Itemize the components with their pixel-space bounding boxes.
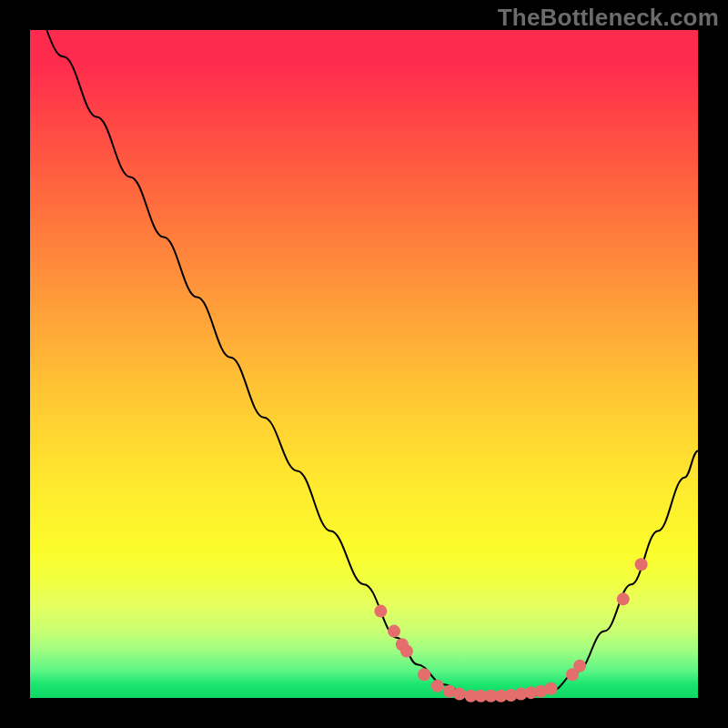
- data-point: [635, 558, 648, 571]
- data-point: [400, 645, 413, 658]
- watermark-text: TheBottleneck.com: [498, 4, 719, 32]
- data-point: [573, 660, 586, 672]
- bottleneck-chart: [30, 30, 698, 698]
- data-point: [545, 682, 558, 695]
- data-point: [453, 688, 466, 701]
- data-point: [617, 592, 630, 605]
- data-point: [388, 625, 400, 638]
- data-point: [431, 680, 444, 693]
- data-point: [418, 668, 430, 681]
- data-point: [374, 605, 387, 618]
- bottleneck-curve: [30, 4, 698, 698]
